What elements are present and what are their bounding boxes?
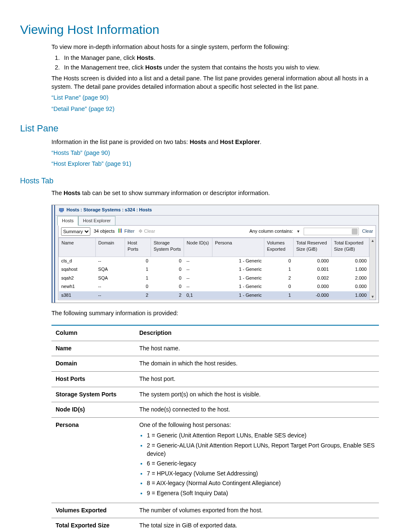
info-header-description: Description	[135, 325, 379, 341]
list-item: 8 = AIX-legacy (Normal Auto Contingent A…	[147, 479, 375, 488]
summary-info-table: Column Description Name The host name. D…	[51, 325, 379, 532]
table-row[interactable]: sqahostSQA10--1 - Generic10.0011.000	[59, 265, 369, 274]
step-2: In the Management tree, click Hosts unde…	[61, 63, 379, 72]
screenshot-titlebar: Hosts : Storage Systems : s324 : Hosts	[56, 205, 379, 215]
col-domain[interactable]: Domain	[96, 238, 125, 257]
clear-filter-link[interactable]: Clear	[138, 228, 155, 234]
hosts-tab-intro: The Hosts tab can be set to show summary…	[51, 189, 379, 197]
col-volumes-exported[interactable]: Volumes Exported	[264, 238, 294, 257]
tab-hosts[interactable]: Hosts	[57, 216, 78, 226]
list-item: 6 = Generic-legacy	[147, 460, 375, 468]
info-header-column: Column	[51, 325, 135, 341]
filter-icon	[118, 228, 123, 235]
clear-search-link[interactable]: Clear	[362, 228, 373, 234]
list-item: 2 = Generic-ALUA (Unit Attention Report …	[147, 442, 375, 458]
grid-header-row: Name Domain Host Ports Storage System Po…	[59, 238, 369, 257]
list-item: 7 = HPUX-legacy (Volume Set Addressing)	[147, 470, 375, 478]
breadcrumb: Hosts : Storage Systems : s324 : Hosts	[66, 207, 152, 213]
list-pane-intro: Information in the list pane is provided…	[51, 138, 379, 146]
table-row[interactable]: s381--220,11 - Generic1-0.0001.000	[59, 291, 369, 299]
toolbar: Summary 34 objects Filter Clear Any colu…	[58, 225, 376, 238]
link-list-pane[interactable]: “List Pane” (page 90)	[51, 94, 108, 101]
scroll-down-icon[interactable]: ▼	[370, 294, 376, 300]
steps-list: In the Manager pane, click Hosts. In the…	[51, 54, 379, 72]
table-row[interactable]: newh1--00--1 - Generic00.0000.000	[59, 283, 369, 291]
hosts-tab-screenshot: Hosts : Storage Systems : s324 : Hosts H…	[51, 205, 379, 303]
table-row: Persona One of the following host person…	[51, 417, 379, 503]
dropdown-caret-icon[interactable]: ▼	[297, 229, 300, 234]
page-title: Viewing Host Information	[20, 21, 379, 39]
link-detail-pane[interactable]: “Detail Pane” (page 92)	[51, 105, 115, 112]
intro-paragraph: To view more in-depth information about …	[51, 43, 379, 51]
tabstrip: Hosts Host Explorer	[56, 216, 379, 225]
scroll-up-icon[interactable]: ▲	[370, 238, 376, 244]
step-1: In the Manager pane, click Hosts.	[61, 54, 379, 62]
host-icon	[59, 208, 64, 213]
col-host-ports[interactable]: Host Ports	[125, 238, 151, 257]
any-column-label: Any column contains:	[249, 228, 293, 234]
svg-rect-3	[120, 229, 120, 233]
table-row: Storage System Ports The system port(s) …	[51, 387, 379, 402]
table-row: Name The host name.	[51, 341, 379, 356]
search-input[interactable]	[304, 228, 359, 235]
table-row[interactable]: cls_d--00--1 - Generic00.0000.000	[59, 257, 369, 265]
table-row: Volumes Exported The number of volumes e…	[51, 503, 379, 518]
table-row: Node ID(s) The node(s) connected to the …	[51, 402, 379, 418]
object-count: 34 objects	[94, 228, 115, 234]
col-node-ids[interactable]: Node ID(s)	[184, 238, 212, 257]
link-host-explorer-tab[interactable]: “Host Explorer Tab” (page 91)	[51, 160, 131, 167]
heading-list-pane: List Pane	[20, 122, 379, 135]
list-item: 1 = Generic (Unit Attention Report LUNs,…	[147, 432, 375, 440]
table-row: Domain The domain in which the host resi…	[51, 356, 379, 372]
hosts-grid: Name Domain Host Ports Storage System Po…	[58, 238, 376, 300]
persona-list: 1 = Generic (Unit Attention Report LUNs,…	[139, 432, 375, 497]
table-row[interactable]: sqah2SQA10--1 - Generic20.0022.000	[59, 274, 369, 282]
svg-rect-2	[118, 229, 119, 233]
col-total-exported-size[interactable]: Total Exported Size (GiB)	[331, 238, 369, 257]
view-select[interactable]: Summary	[61, 227, 90, 236]
follow-paragraph: The following summary information is pro…	[51, 309, 379, 317]
tab-host-explorer[interactable]: Host Explorer	[78, 216, 115, 226]
link-hosts-tab[interactable]: “Hosts Tab” (page 90)	[51, 149, 110, 156]
list-item: 9 = Egenera (Soft Inquiry Data)	[147, 489, 375, 498]
col-name[interactable]: Name	[59, 238, 96, 257]
col-persona[interactable]: Persona	[212, 238, 264, 257]
heading-hosts-tab: Hosts Tab	[20, 176, 379, 186]
svg-rect-1	[60, 211, 63, 212]
col-storage-system-ports[interactable]: Storage System Ports	[151, 238, 184, 257]
svg-rect-4	[121, 229, 122, 233]
table-row: Total Exported Size The total size in Gi…	[51, 518, 379, 532]
paragraph-2: The Hosts screen is divided into a list …	[51, 74, 379, 91]
table-row: Host Ports The host port.	[51, 372, 379, 387]
filter-link[interactable]: Filter	[118, 228, 134, 235]
svg-rect-0	[59, 208, 64, 211]
col-total-reserved-size[interactable]: Total Reserved Size (GiB)	[294, 238, 331, 257]
grid-scrollbar[interactable]: ▲ ▼	[369, 238, 376, 300]
eraser-icon	[138, 228, 143, 234]
